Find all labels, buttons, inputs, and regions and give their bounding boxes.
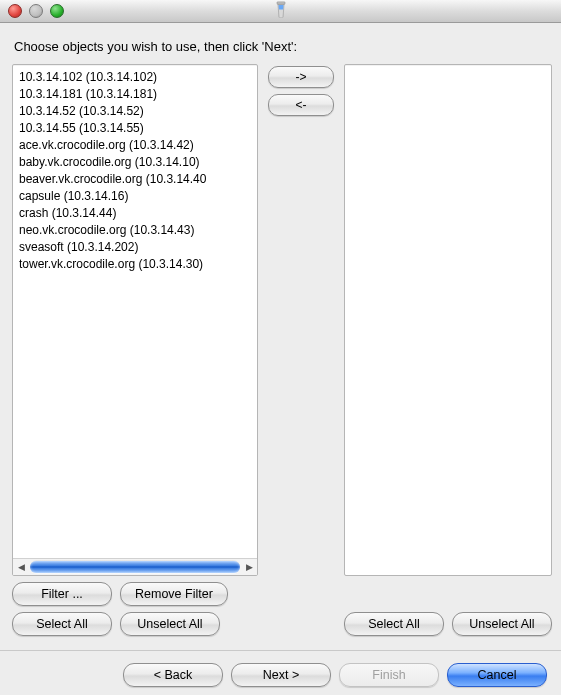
scroll-left-icon[interactable]: ◀: [13, 559, 29, 575]
zoom-icon[interactable]: [50, 4, 64, 18]
available-panel: 10.3.14.102 (10.3.14.102)10.3.14.181 (10…: [12, 64, 258, 636]
minimize-icon[interactable]: [29, 4, 43, 18]
list-item[interactable]: 10.3.14.52 (10.3.14.52): [19, 103, 253, 120]
next-button[interactable]: Next >: [231, 663, 331, 687]
window-controls: [0, 4, 64, 18]
list-item[interactable]: ace.vk.crocodile.org (10.3.14.42): [19, 137, 253, 154]
columns: 10.3.14.102 (10.3.14.102)10.3.14.181 (10…: [12, 64, 549, 636]
finish-button: Finish: [339, 663, 439, 687]
move-right-button[interactable]: ->: [268, 66, 334, 88]
list-item[interactable]: 10.3.14.181 (10.3.14.181): [19, 86, 253, 103]
instruction-label: Choose objects you wish to use, then cli…: [14, 39, 547, 54]
list-item[interactable]: tower.vk.crocodile.org (10.3.14.30): [19, 256, 253, 273]
list-item[interactable]: 10.3.14.55 (10.3.14.55): [19, 120, 253, 137]
titlebar: [0, 0, 561, 23]
selected-panel: . Select All Unselect All: [344, 64, 552, 636]
svg-rect-0: [277, 2, 285, 5]
list-item[interactable]: 10.3.14.102 (10.3.14.102): [19, 69, 253, 86]
window-body: Choose objects you wish to use, then cli…: [0, 23, 561, 684]
available-select-all-button[interactable]: Select All: [12, 612, 112, 636]
cancel-button[interactable]: Cancel: [447, 663, 547, 687]
selected-listbox[interactable]: [344, 64, 552, 576]
filter-button[interactable]: Filter ...: [12, 582, 112, 606]
move-buttons: -> <-: [268, 64, 334, 636]
available-select-row: Select All Unselect All: [12, 612, 258, 636]
list-item[interactable]: baby.vk.crocodile.org (10.3.14.10): [19, 154, 253, 171]
horizontal-scrollbar[interactable]: ◀ ▶: [13, 558, 257, 575]
available-filter-row: Filter ... Remove Filter: [12, 582, 258, 606]
available-listbox[interactable]: 10.3.14.102 (10.3.14.102)10.3.14.181 (10…: [12, 64, 258, 576]
scroll-track[interactable]: [30, 560, 240, 574]
wizard-footer: < Back Next > Finish Cancel: [0, 650, 561, 695]
selected-unselect-all-button[interactable]: Unselect All: [452, 612, 552, 636]
remove-filter-button[interactable]: Remove Filter: [120, 582, 228, 606]
move-left-button[interactable]: <-: [268, 94, 334, 116]
list-item[interactable]: neo.vk.crocodile.org (10.3.14.43): [19, 222, 253, 239]
close-icon[interactable]: [8, 4, 22, 18]
available-unselect-all-button[interactable]: Unselect All: [120, 612, 220, 636]
scroll-thumb[interactable]: [30, 561, 240, 573]
selected-select-all-button[interactable]: Select All: [344, 612, 444, 636]
list-item[interactable]: sveasoft (10.3.14.202): [19, 239, 253, 256]
title-icon: [274, 2, 288, 21]
scroll-right-icon[interactable]: ▶: [241, 559, 257, 575]
list-item[interactable]: capsule (10.3.14.16): [19, 188, 253, 205]
list-item[interactable]: beaver.vk.crocodile.org (10.3.14.40: [19, 171, 253, 188]
selected-select-row: Select All Unselect All: [344, 612, 552, 636]
back-button[interactable]: < Back: [123, 663, 223, 687]
list-item[interactable]: crash (10.3.14.44): [19, 205, 253, 222]
